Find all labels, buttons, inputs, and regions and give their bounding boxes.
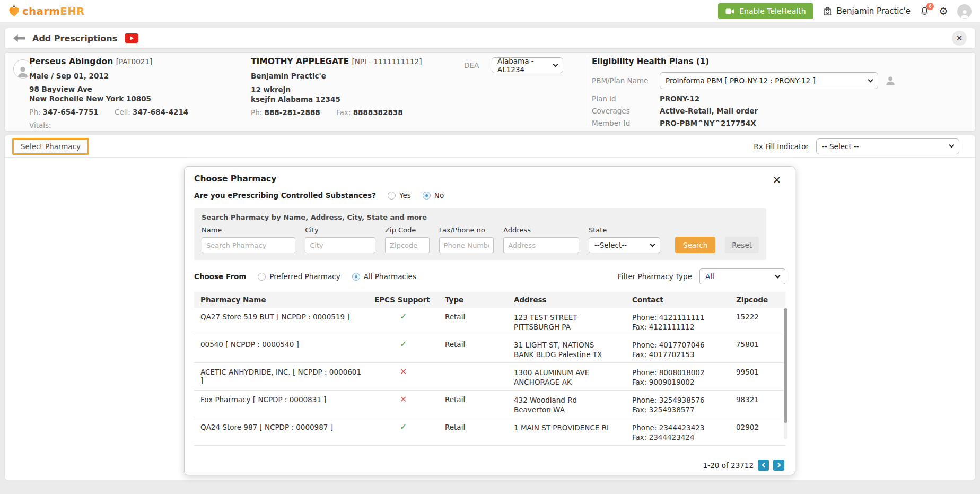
name-field-label: Name [202, 226, 295, 234]
table-scrollbar[interactable] [784, 307, 788, 439]
pharmacy-phone: Phone: 4121111111 [632, 313, 725, 322]
preferred-pharmacy-label: Preferred Pharmacy [269, 272, 340, 281]
member-person-icon[interactable] [885, 75, 896, 86]
col-address: Address [509, 292, 627, 308]
close-screen-button[interactable]: ✕ [952, 31, 967, 46]
search-button[interactable]: Search [675, 237, 715, 253]
provider-practice: Benjamin Practic'e [251, 71, 422, 81]
filter-pharmacy-type-value: All [705, 272, 714, 281]
pharmacy-row[interactable]: QA27 Store 519 BUT [ NCPDP : 0000519 ] ✓… [194, 308, 785, 335]
epcs-option-no[interactable]: No [423, 191, 444, 200]
rx-fill-indicator-value: -- Select -- [822, 142, 859, 151]
practice-name: Benjamin Practic'e [837, 6, 911, 16]
city-input[interactable] [305, 237, 375, 253]
radio-unselected-icon [388, 192, 396, 200]
choose-pharmacy-modal: Choose Pharmacy ✕ Are you ePrescribing C… [184, 166, 795, 475]
previous-page-button[interactable] [758, 460, 769, 471]
pharmacy-address: 1300 ALUMINUM AVE ANCHORAGE AK [509, 363, 627, 390]
dea-select[interactable]: Alabama - AL1234 [492, 57, 563, 73]
epcs-no-label: No [434, 191, 444, 200]
video-camera-icon [725, 8, 734, 15]
modal-close-button[interactable]: ✕ [773, 174, 781, 186]
pharmacy-phone: Phone: 2344423423 [632, 423, 725, 432]
epcs-status-icon: ✕ [400, 367, 407, 377]
pharmacy-row[interactable]: Fox Pharmacy [ NCPDP : 0000831 ] ✕ Retai… [194, 391, 785, 418]
pharmacy-zipcode: 15222 [731, 308, 785, 335]
patient-phone-label: Ph: [29, 108, 40, 116]
address-input[interactable] [503, 237, 579, 253]
provider-fax-label: Fax: [336, 108, 351, 117]
pharmacy-fax: Fax: 4121111112 [632, 322, 725, 332]
rx-fill-indicator-select[interactable]: -- Select -- [816, 138, 959, 154]
eligibility-title: Eligibility Health Plans (1) [592, 57, 967, 66]
epcs-status-icon: ✓ [400, 311, 407, 322]
provider-address-line1: 12 wkrejn [251, 85, 422, 94]
title-bar: Add Prescriptions ✕ [4, 28, 976, 49]
epcs-question-row: Are you ePrescribing Controlled Substanc… [190, 191, 790, 200]
member-id-value: PRO-PBM^NY^217754X [660, 119, 756, 127]
pharmacy-name: QA24 Store 987 [ NCPDP : 0000987 ] [194, 418, 369, 445]
pharmacy-fax: Fax: 4017702153 [632, 350, 725, 359]
patient-vitals-label: Vitals: [29, 120, 188, 130]
zipcode-input[interactable] [385, 237, 430, 253]
app-logo: charmEHR [8, 5, 85, 18]
settings-gear-icon[interactable]: ⚙ [939, 6, 948, 16]
epcs-option-yes[interactable]: Yes [388, 191, 411, 200]
pharmacy-name-input[interactable] [202, 237, 295, 253]
provider-phone: 888-281-2888 [265, 108, 320, 117]
patient-id: [PAT0021] [116, 57, 153, 66]
user-avatar[interactable] [957, 4, 972, 19]
preferred-pharmacy-option[interactable]: Preferred Pharmacy [258, 272, 340, 281]
app-window: charmEHR Enable TeleHealth [0, 0, 980, 494]
col-type: Type [440, 292, 509, 308]
phone-input[interactable] [439, 237, 494, 253]
enable-telehealth-button[interactable]: Enable TeleHealth [718, 3, 813, 19]
patient-phone: 347-654-7751 [43, 108, 99, 116]
col-contact: Contact [627, 292, 731, 308]
radio-unselected-icon [258, 273, 266, 281]
select-pharmacy-button[interactable]: Select Pharmacy [14, 140, 88, 153]
all-pharmacies-option[interactable]: All Pharmacies [352, 272, 416, 281]
pharmacy-zipcode: 02902 [731, 418, 785, 445]
pbm-plan-label: PBM/Plan Name [592, 76, 660, 85]
choose-from-label: Choose From [194, 272, 246, 281]
chevron-down-icon [868, 77, 873, 82]
radio-selected-icon [423, 192, 431, 200]
filter-pharmacy-type-select[interactable]: All [699, 268, 785, 284]
epcs-question: Are you ePrescribing Controlled Substanc… [194, 191, 376, 200]
state-select[interactable]: --Select-- [589, 237, 660, 253]
practice-switcher[interactable]: Benjamin Practic'e [822, 6, 911, 16]
coverages-label: Coverages [592, 107, 660, 115]
pharmacy-address: 432 Woodland Rd Beaverton WA [509, 391, 627, 418]
notifications-button[interactable]: 6 [920, 6, 930, 17]
filter-pharmacy-type-label: Filter Pharmacy Type [618, 272, 692, 281]
pharmacy-row[interactable]: QA24 Store 987 [ NCPDP : 0000987 ] ✓ Ret… [194, 418, 785, 446]
chevron-right-icon [775, 463, 781, 468]
youtube-help-icon[interactable] [125, 33, 138, 43]
pharmacy-row[interactable]: ACETIC ANHYDRIDE, INC. [ NCPDP : 0000601… [194, 363, 785, 391]
page-title: Add Prescriptions [32, 33, 117, 44]
table-scrollbar-thumb[interactable] [784, 308, 788, 423]
pbm-plan-select[interactable]: ProInforma PBM [ PRO-NY-12 : PRONY-12 ] [660, 72, 878, 89]
pharmacy-row[interactable]: 00540 [ NCPDP : 0000540 ] ✓ Retail 31 LI… [194, 335, 785, 363]
dea-value: Alabama - AL1234 [497, 57, 548, 74]
dea-label: DEA [464, 61, 479, 70]
app-header: charmEHR Enable TeleHealth [0, 0, 980, 22]
pharmacy-zipcode: 99501 [731, 363, 785, 390]
back-arrow-icon[interactable] [13, 34, 25, 42]
epcs-status-icon: ✓ [400, 422, 407, 432]
epcs-yes-label: Yes [399, 191, 411, 200]
play-triangle-icon [130, 36, 134, 40]
patient-name: Perseus Abingdon [29, 57, 113, 66]
notification-badge: 6 [926, 3, 934, 10]
reset-button[interactable]: Reset [725, 237, 759, 253]
provider-phone-label: Ph: [251, 108, 262, 117]
pharmacy-phone: Phone: 3254938576 [632, 395, 725, 405]
next-page-button[interactable] [773, 460, 784, 471]
state-field-label: State [589, 226, 660, 234]
patient-details: Perseus Abingdon [PAT0021] Male / Sep 01… [29, 57, 188, 130]
header-actions: Enable TeleHealth Benjamin Practic'e [718, 3, 972, 19]
pharmacy-type: Retail [440, 335, 509, 362]
epcs-status-icon: ✓ [400, 339, 407, 349]
pharmacy-type: Retail [440, 418, 509, 445]
